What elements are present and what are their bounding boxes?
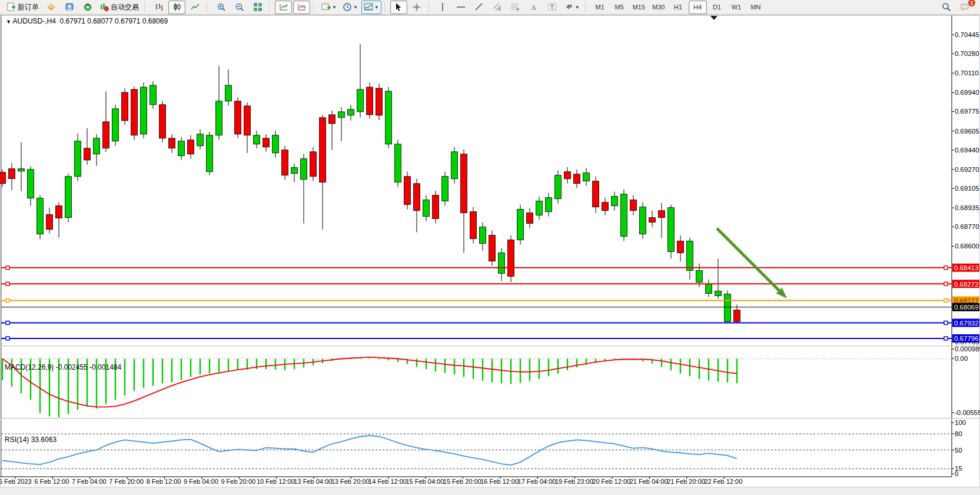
toolbar-separator <box>428 2 431 12</box>
time-tick-label: 22 Feb 12:00 <box>704 478 742 485</box>
candle <box>555 175 562 199</box>
market-watch-button[interactable] <box>42 1 59 14</box>
candle <box>423 200 430 217</box>
candle <box>0 172 6 184</box>
candle <box>84 148 91 160</box>
line-handle[interactable] <box>6 321 9 324</box>
templates-button[interactable]: ▼ <box>361 1 381 14</box>
ohlc-readout: ▼ AUDUSD-,H4 0.67971 0.68077 0.67971 0.6… <box>6 17 168 25</box>
vertical-line-button[interactable] <box>434 1 451 14</box>
price-level-badge-label: 0.67932 <box>954 320 979 327</box>
crosshair-button[interactable] <box>408 1 426 14</box>
macd-tick-label: 0.000989 <box>955 345 980 353</box>
price-tick-label: 0.69270 <box>955 166 979 173</box>
time-tick-label: 6 Feb 12:00 <box>35 478 69 485</box>
price-tick-label: 0.70280 <box>955 50 979 57</box>
candle <box>244 106 251 135</box>
horizontal-line-button[interactable] <box>453 1 470 14</box>
tab-m30[interactable]: M30 <box>649 1 667 14</box>
toolbar-separator <box>269 2 272 12</box>
bar-chart-button[interactable] <box>150 1 167 14</box>
candlestick-chart-button[interactable] <box>168 1 185 14</box>
line-handle[interactable] <box>944 266 948 270</box>
main-toolbar: 新订单 自动交易 ▼ ▼ <box>0 0 980 15</box>
candle <box>574 174 580 184</box>
rsi-tick-label: 80 <box>955 430 962 437</box>
candle <box>461 154 467 213</box>
candle <box>480 227 486 244</box>
text-button[interactable]: A <box>526 1 543 14</box>
candle <box>254 135 260 144</box>
tab-m5[interactable]: M5 <box>610 1 629 14</box>
trendline-button[interactable] <box>471 1 488 14</box>
candle <box>75 141 81 177</box>
line-handle[interactable] <box>944 298 948 302</box>
alerts-button[interactable] <box>79 1 96 14</box>
new-order-label: 新订单 <box>18 2 39 12</box>
fibonacci-button[interactable]: F <box>507 1 524 14</box>
candle <box>630 200 637 211</box>
cursor-button[interactable] <box>390 1 407 14</box>
candle <box>65 177 72 218</box>
candle <box>178 141 185 156</box>
tab-mn[interactable]: MN <box>747 1 765 14</box>
channel-icon: E <box>493 2 502 12</box>
line-handle[interactable] <box>6 298 9 302</box>
time-tick-label: 10 Feb 12:00 <box>257 478 295 485</box>
auto-trading-button[interactable]: 自动交易 <box>97 1 141 14</box>
candle <box>357 89 364 112</box>
cursor-icon <box>394 2 403 12</box>
channel-button[interactable]: E <box>489 1 506 14</box>
tab-m15[interactable]: M15 <box>630 1 648 14</box>
line-handle[interactable] <box>6 282 9 285</box>
time-tick-label: 19 Feb 23:00 <box>555 478 593 485</box>
zoom-in-icon <box>217 2 226 12</box>
line-handle[interactable] <box>944 337 948 340</box>
candle <box>310 152 317 177</box>
chart-menu-icon[interactable]: ▼ <box>6 19 11 25</box>
mt4-terminal: { "toolbar": { "new_order_label": "新订单",… <box>0 0 980 495</box>
arrows-button[interactable]: ▼ <box>562 1 582 14</box>
time-tick-label: 15 Feb 20:00 <box>443 478 481 485</box>
zoom-in-button[interactable] <box>212 1 230 14</box>
candle <box>320 118 326 182</box>
candle <box>659 211 665 218</box>
search-button[interactable] <box>938 1 955 14</box>
tab-h4-active[interactable]: H4 <box>689 1 707 14</box>
new-order-button[interactable]: 新订单 <box>4 1 41 14</box>
tab-d1[interactable]: D1 <box>708 1 726 14</box>
time-tick-label: 9 Feb 20:00 <box>221 478 255 485</box>
tile-windows-button[interactable] <box>249 1 266 14</box>
tab-h1[interactable]: H1 <box>669 1 687 14</box>
zoom-out-button[interactable] <box>231 1 248 14</box>
text-label-button[interactable]: T <box>544 1 561 14</box>
candle <box>546 198 552 212</box>
price-level-badge-label: 0.68413 <box>954 264 979 271</box>
candle <box>508 240 514 277</box>
data-window-button[interactable] <box>61 1 78 14</box>
price-tick-label: 0.69940 <box>955 89 979 96</box>
chart-shift-button[interactable] <box>293 1 310 14</box>
candle <box>141 87 147 134</box>
chat-button[interactable]: 1 <box>956 1 973 14</box>
rsi-name: RSI(14) <box>5 436 29 444</box>
period-button[interactable]: ▼ <box>340 1 360 14</box>
line-handle[interactable] <box>944 282 948 285</box>
new-chart-button[interactable]: ▼ <box>319 1 339 14</box>
tab-m1[interactable]: M1 <box>591 1 609 14</box>
line-handle[interactable] <box>6 266 9 270</box>
symbol-title: AUDUSD-,H4 <box>13 17 56 25</box>
toolbar-separator <box>313 2 316 12</box>
time-tick-label: 21 Feb 04:00 <box>630 478 668 485</box>
price-chart[interactable]: 0.704450.702800.701100.699400.697750.696… <box>0 0 980 495</box>
arrow-shapes-icon <box>564 2 574 12</box>
candle <box>414 184 420 211</box>
tab-w1[interactable]: W1 <box>727 1 746 14</box>
line-handle[interactable] <box>944 321 948 324</box>
line-chart-button[interactable] <box>187 1 204 14</box>
toolbar-separator <box>585 2 588 12</box>
auto-scroll-button[interactable] <box>275 1 292 14</box>
tile-windows-icon <box>253 2 263 12</box>
price-tick-label: 0.69605 <box>955 128 979 135</box>
line-handle[interactable] <box>6 337 9 340</box>
